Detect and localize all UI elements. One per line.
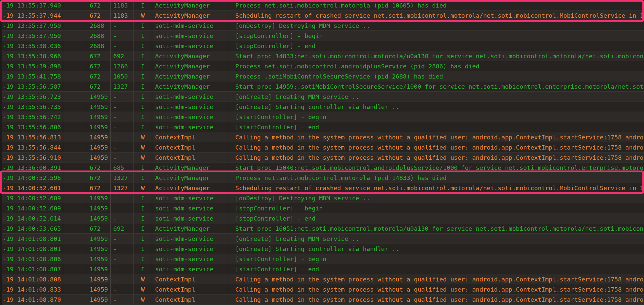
log-row[interactable]: -19 13:55:56.806 14959 - I soti-mdm-serv…: [0, 122, 644, 132]
log-message-cell: Calling a method in the system process w…: [228, 284, 644, 294]
log-tag-cell: ContextImpl: [152, 274, 228, 284]
log-tid-cell: -: [111, 92, 134, 101]
log-tid-cell: 692: [111, 224, 134, 233]
log-row[interactable]: -19 13:55:37.950 2688 - I soti-mdm-servi…: [0, 30, 644, 41]
log-pid-cell: 14959: [87, 92, 111, 101]
log-blank-cell: [63, 81, 87, 91]
log-time-cell: -19 13:55:37.944: [0, 10, 63, 20]
log-pid-cell: 672: [87, 10, 111, 20]
log-tag-cell: ActivityManager: [152, 173, 228, 183]
log-level-cell: I: [134, 193, 152, 203]
log-level-cell: I: [134, 203, 152, 213]
log-row[interactable]: -19 14:00:52.596 672 1327 I ActivityMana…: [0, 172, 644, 183]
log-time-cell: -19 14:01:08.807: [0, 264, 63, 274]
log-row[interactable]: -19 14:01:08.870 14959 - W ContextImpl C…: [0, 294, 644, 304]
log-time-cell: -19 13:55:38.966: [0, 51, 63, 61]
log-row[interactable]: -19 14:00:52.609 14959 - I soti-mdm-serv…: [0, 193, 644, 203]
log-row[interactable]: -19 13:55:37.944 672 1183 W ActivityMana…: [0, 10, 644, 20]
log-row[interactable]: -19 13:55:38.036 2688 - I soti-mdm-servi…: [0, 41, 644, 51]
log-row[interactable]: -19 13:55:39.898 672 1266 I ActivityMana…: [0, 61, 644, 71]
log-row[interactable]: -19 13:56:00.391 672 685 I ActivityManag…: [0, 162, 644, 172]
log-message-cell: Scheduling restart of crashed service ne…: [228, 10, 644, 20]
log-time-cell: -19 14:00:52.614: [0, 213, 63, 223]
log-time-cell: -19 13:55:37.950: [0, 31, 63, 41]
log-row[interactable]: -19 13:55:56.735 14959 - I soti-mdm-serv…: [0, 101, 644, 112]
log-time-cell: -19 14:00:53.665: [0, 224, 63, 233]
log-message-cell: Start proc 16051:net.soti.mobicontrol.mo…: [228, 224, 644, 233]
log-pid-cell: 14959: [87, 254, 111, 264]
log-row[interactable]: -19 13:55:56.813 14959 - W ContextImpl C…: [0, 132, 644, 142]
log-tid-cell: -: [111, 41, 134, 51]
log-blank-cell: [63, 193, 87, 203]
log-tid-cell: -: [111, 254, 134, 264]
log-blank-cell: [63, 213, 87, 223]
log-time-cell: -19 14:00:52.609: [0, 193, 63, 203]
log-message-cell: [stopController] - begin: [228, 203, 644, 213]
log-level-cell: W: [134, 132, 152, 142]
log-message-cell: Process net.soti.mobicontrol.androidplus…: [228, 61, 644, 71]
log-row[interactable]: -19 13:55:37.950 2688 - I soti-mdm-servi…: [0, 20, 644, 30]
log-level-cell: I: [134, 122, 152, 132]
log-tag-cell: soti-mdm-service: [152, 31, 228, 41]
log-row[interactable]: -19 14:01:08.833 14959 - W ContextImpl C…: [0, 284, 644, 294]
log-row[interactable]: -19 13:55:56.587 672 1327 I ActivityMana…: [0, 81, 644, 91]
log-tag-cell: ActivityManager: [152, 61, 228, 71]
log-blank-cell: [63, 21, 87, 30]
log-blank-cell: [63, 234, 87, 243]
log-tag-cell: ActivityManager: [152, 224, 228, 233]
log-blank-cell: [63, 10, 87, 20]
log-blank-cell: [63, 284, 87, 294]
log-level-cell: I: [134, 254, 152, 264]
log-row[interactable]: -19 14:00:52.609 14959 - I soti-mdm-serv…: [0, 203, 644, 213]
log-tid-cell: -: [111, 274, 134, 284]
log-pid-cell: 672: [87, 71, 111, 81]
log-row[interactable]: -19 14:01:08.806 14959 - I soti-mdm-serv…: [0, 254, 644, 264]
log-message-cell: [startController] - begin: [228, 112, 644, 122]
log-pid-cell: 672: [87, 81, 111, 91]
log-row[interactable]: -19 14:01:08.808 14959 - W ContextImpl C…: [0, 274, 644, 284]
log-blank-cell: [63, 0, 87, 10]
log-message-cell: [onDestroy] Destroying MDM service ..: [228, 193, 644, 203]
log-row[interactable]: -19 14:01:08.801 14959 - I soti-mdm-serv…: [0, 233, 644, 243]
log-pid-cell: 14959: [87, 112, 111, 122]
log-level-cell: I: [134, 102, 152, 112]
log-tag-cell: soti-mdm-service: [152, 92, 228, 101]
log-blank-cell: [63, 295, 87, 304]
log-row[interactable]: -19 14:00:53.665 672 692 I ActivityManag…: [0, 223, 644, 233]
log-row[interactable]: -19 13:55:38.966 672 692 I ActivityManag…: [0, 51, 644, 61]
log-rows-container: -19 13:55:37.940 672 1183 I ActivityMana…: [0, 0, 644, 305]
log-row[interactable]: -19 13:55:41.758 672 1050 I ActivityMana…: [0, 71, 644, 81]
log-level-cell: I: [134, 21, 152, 30]
log-row[interactable]: -19 13:55:56.910 14959 - W ContextImpl C…: [0, 152, 644, 162]
log-message-cell: [startController] - end: [228, 122, 644, 132]
log-time-cell: -19 14:00:52.596: [0, 173, 63, 183]
log-row[interactable]: -19 13:55:56.844 14959 - W ContextImpl C…: [0, 142, 644, 152]
log-tid-cell: 1183: [111, 0, 134, 10]
log-tid-cell: -: [111, 102, 134, 112]
log-message-cell: Process .sotiMobiControlSecureService (p…: [228, 71, 644, 81]
log-row[interactable]: -19 13:55:56.742 14959 - I soti-mdm-serv…: [0, 112, 644, 122]
log-message-cell: Calling a method in the system process w…: [228, 152, 644, 162]
log-message-cell: Scheduling restart of crashed service ne…: [228, 183, 644, 193]
log-pid-cell: 14959: [87, 213, 111, 223]
log-row[interactable]: -19 14:00:52.614 14959 - I soti-mdm-serv…: [0, 213, 644, 223]
log-blank-cell: [63, 102, 87, 112]
log-row[interactable]: -19 14:01:08.807 14959 - I soti-mdm-serv…: [0, 264, 644, 274]
log-tag-cell: soti-mdm-service: [152, 21, 228, 30]
log-message-cell: [stopController] - begin: [228, 31, 644, 41]
log-tid-cell: -: [111, 213, 134, 223]
log-tag-cell: soti-mdm-service: [152, 122, 228, 132]
log-level-cell: W: [134, 152, 152, 162]
log-pid-cell: 672: [87, 0, 111, 10]
log-time-cell: -19 13:55:56.806: [0, 122, 63, 132]
log-row[interactable]: -19 14:01:08.801 14959 - I soti-mdm-serv…: [0, 243, 644, 254]
log-row[interactable]: -19 13:55:56.723 14959 - I soti-mdm-serv…: [0, 91, 644, 101]
log-tag-cell: soti-mdm-service: [152, 193, 228, 203]
log-level-cell: I: [134, 224, 152, 233]
log-pid-cell: 14959: [87, 122, 111, 132]
log-message-cell: [onCreate] Starting controller via handl…: [228, 102, 644, 112]
log-time-cell: -19 13:56:00.391: [0, 163, 63, 172]
log-row[interactable]: -19 14:00:52.601 672 1327 W ActivityMana…: [0, 183, 644, 193]
log-tag-cell: soti-mdm-service: [152, 234, 228, 243]
log-row[interactable]: -19 13:55:37.940 672 1183 I ActivityMana…: [0, 0, 644, 10]
